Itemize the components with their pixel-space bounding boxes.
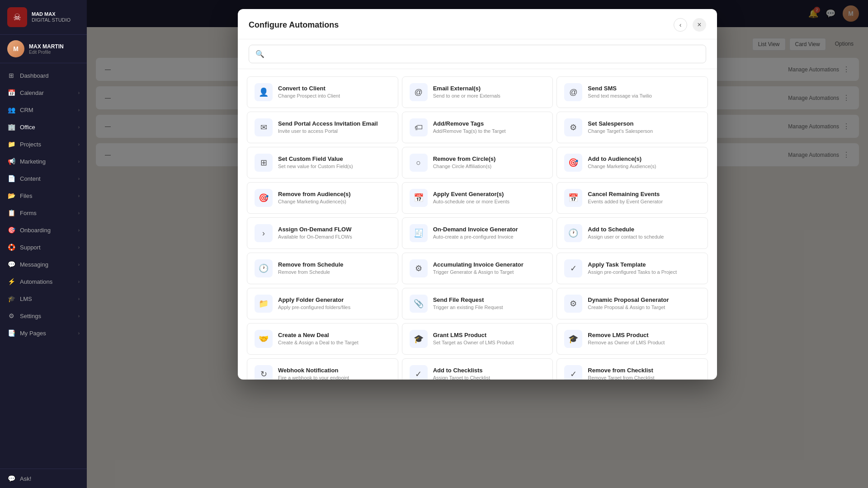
automation-title-remove-from-checklist: Remove from Checklist xyxy=(588,367,700,374)
automation-card-email-externals[interactable]: @Email External(s)Send to one or more Ex… xyxy=(402,76,553,108)
support-icon: 🛟 xyxy=(7,243,15,251)
automation-desc-webhook-notification: Fire a webhook to your endpoint xyxy=(278,375,391,380)
automation-card-remove-from-schedule[interactable]: 🕐Remove from ScheduleRemove from Schedul… xyxy=(247,253,398,284)
automation-title-webhook-notification: Webhook Notification xyxy=(278,367,391,374)
automation-card-remove-from-checklist[interactable]: ✓Remove from ChecklistRemove Target from… xyxy=(557,358,708,380)
sidebar-item-automations[interactable]: ⚡Automations › xyxy=(0,273,87,290)
add-to-audiences-icon: 🎯 xyxy=(564,154,582,172)
chevron-icon: › xyxy=(78,193,80,198)
sidebar-item-projects[interactable]: 📁Projects › xyxy=(0,136,87,153)
automation-card-apply-task-template[interactable]: ✓Apply Task TemplateAssign pre-configure… xyxy=(557,253,708,284)
chevron-icon: › xyxy=(78,90,80,95)
onboarding-icon: 🎯 xyxy=(7,226,15,234)
modal-close-button[interactable]: × xyxy=(693,18,706,32)
chevron-icon: › xyxy=(78,211,80,216)
sidebar-user[interactable]: M MAX MARTIN Edit Profile xyxy=(0,35,87,63)
automation-desc-accumulating-invoice: Trigger Generator & Assign to Target xyxy=(433,269,546,275)
remove-from-checklist-icon: ✓ xyxy=(564,365,582,380)
automation-card-remove-from-circle[interactable]: ○Remove from Circle(s)Change Circle Affi… xyxy=(402,147,553,178)
automation-title-email-externals: Email External(s) xyxy=(433,85,546,92)
chevron-icon: › xyxy=(78,108,80,113)
chevron-icon: › xyxy=(78,245,80,250)
automation-card-on-demand-invoice[interactable]: 🧾On-Demand Invoice GeneratorAuto-create … xyxy=(402,217,553,249)
automation-title-remove-from-audiences: Remove from Audience(s) xyxy=(278,191,391,197)
automation-desc-remove-from-circle: Change Circle Affiliation(s) xyxy=(433,163,546,169)
files-icon: 📂 xyxy=(7,192,15,200)
automation-card-cancel-remaining-events[interactable]: 📅Cancel Remaining EventsEvents added by … xyxy=(557,182,708,214)
automation-card-add-to-checklists[interactable]: ✓Add to ChecklistsAssign Target to Check… xyxy=(402,358,553,380)
main-content: 🔔 2 💬 M List View Card View Options — Ma… xyxy=(87,0,868,488)
sidebar-item-lms[interactable]: 🎓LMS › xyxy=(0,290,87,307)
add-to-checklists-icon: ✓ xyxy=(410,365,428,380)
modal-title: Configure Automations xyxy=(249,20,339,30)
automation-title-apply-event-generator: Apply Event Generator(s) xyxy=(433,191,546,197)
automation-title-accumulating-invoice: Accumulating Invoice Generator xyxy=(433,261,546,268)
automation-desc-add-remove-tags: Add/Remove Tag(s) to the Target xyxy=(433,128,546,134)
sidebar-item-dashboard[interactable]: ⊞Dashboard xyxy=(0,67,87,84)
automation-card-remove-from-audiences[interactable]: 🎯Remove from Audience(s)Change Marketing… xyxy=(247,182,398,214)
automation-card-set-salesperson[interactable]: ⚙Set SalespersonChange Target's Salesper… xyxy=(557,112,708,143)
crm-icon: 👥 xyxy=(7,106,15,114)
apply-event-generator-icon: 📅 xyxy=(410,189,428,207)
sidebar-item-onboarding[interactable]: 🎯Onboarding › xyxy=(0,221,87,239)
automation-card-create-new-deal[interactable]: 🤝Create a New DealCreate & Assign a Deal… xyxy=(247,323,398,355)
chevron-icon: › xyxy=(78,125,80,130)
automation-card-dynamic-proposal-generator[interactable]: ⚙Dynamic Proposal GeneratorCreate Propos… xyxy=(557,288,708,319)
automation-card-add-to-schedule[interactable]: 🕐Add to ScheduleAssign user or contact t… xyxy=(557,217,708,249)
modal-back-button[interactable]: ‹ xyxy=(674,18,687,32)
sidebar-item-files[interactable]: 📂Files › xyxy=(0,187,87,204)
automation-title-add-to-checklists: Add to Checklists xyxy=(433,367,546,374)
automations-icon: ⚡ xyxy=(7,277,15,286)
automation-desc-set-custom-field: Set new value for Custom Field(s) xyxy=(278,163,391,169)
automation-desc-on-demand-invoice: Auto-create a pre-configured Invoice xyxy=(433,234,546,240)
automation-title-set-custom-field: Set Custom Field Value xyxy=(278,155,391,162)
sidebar-item-messaging[interactable]: 💬Messaging › xyxy=(0,256,87,273)
automation-title-set-salesperson: Set Salesperson xyxy=(588,120,700,127)
automation-card-send-file-request[interactable]: 📎Send File RequestTrigger an existing Fi… xyxy=(402,288,553,319)
automation-title-create-new-deal: Create a New Deal xyxy=(278,332,391,338)
automation-card-set-custom-field[interactable]: ⊞Set Custom Field ValueSet new value for… xyxy=(247,147,398,178)
sidebar-item-settings[interactable]: ⚙Settings › xyxy=(0,307,87,324)
grant-lms-product-icon: 🎓 xyxy=(410,330,428,348)
email-externals-icon: @ xyxy=(410,83,428,101)
logo: ☠ MAD MAX digital studio xyxy=(0,0,87,35)
automation-desc-add-to-checklists: Assign Target to Checklist xyxy=(433,375,546,380)
automation-card-assign-on-demand-flow[interactable]: ›Assign On-Demand FLOWAvailable for On-D… xyxy=(247,217,398,249)
automation-card-send-portal-access[interactable]: ✉Send Portal Access Invitation EmailInvi… xyxy=(247,112,398,143)
set-salesperson-icon: ⚙ xyxy=(564,118,582,136)
logo-text: MAD MAX digital studio xyxy=(32,11,71,23)
automation-card-accumulating-invoice[interactable]: ⚙Accumulating Invoice GeneratorTrigger G… xyxy=(402,253,553,284)
sidebar-item-forms[interactable]: 📋Forms › xyxy=(0,204,87,221)
chevron-icon: › xyxy=(78,279,80,284)
apply-folder-generator-icon: 📁 xyxy=(255,295,273,313)
sidebar-item-crm[interactable]: 👥CRM › xyxy=(0,101,87,118)
automation-card-webhook-notification[interactable]: ↻Webhook NotificationFire a webhook to y… xyxy=(247,358,398,380)
automation-card-apply-event-generator[interactable]: 📅Apply Event Generator(s)Auto-schedule o… xyxy=(402,182,553,214)
modal-header: Configure Automations ‹ × xyxy=(238,9,717,39)
messaging-icon: 💬 xyxy=(7,260,15,268)
accumulating-invoice-icon: ⚙ xyxy=(410,259,428,277)
automation-card-convert-to-client[interactable]: 👤Convert to ClientChange Prospect into C… xyxy=(247,76,398,108)
automation-card-remove-lms-product[interactable]: 🎓Remove LMS ProductRemove as Owner of LM… xyxy=(557,323,708,355)
sidebar-item-marketing[interactable]: 📢Marketing › xyxy=(0,153,87,170)
edit-profile-link[interactable]: Edit Profile xyxy=(29,50,80,55)
automation-desc-convert-to-client: Change Prospect into Client xyxy=(278,93,391,99)
automation-card-add-remove-tags[interactable]: 🏷Add/Remove TagsAdd/Remove Tag(s) to the… xyxy=(402,112,553,143)
automation-title-on-demand-invoice: On-Demand Invoice Generator xyxy=(433,226,546,233)
sidebar-item-content[interactable]: 📄Content › xyxy=(0,170,87,187)
automation-card-send-sms[interactable]: @Send SMSSend text message via Twilio xyxy=(557,76,708,108)
marketing-icon: 📢 xyxy=(7,157,15,165)
automation-card-grant-lms-product[interactable]: 🎓Grant LMS ProductSet Target as Owner of… xyxy=(402,323,553,355)
automation-card-apply-folder-generator[interactable]: 📁Apply Folder GeneratorApply pre-configu… xyxy=(247,288,398,319)
sidebar-item-support[interactable]: 🛟Support › xyxy=(0,239,87,256)
sidebar-item-my-pages[interactable]: 📑My Pages › xyxy=(0,324,87,342)
configure-automations-modal: Configure Automations ‹ × 🔍 xyxy=(238,9,717,380)
sidebar-item-ask[interactable]: 💬Ask! xyxy=(0,469,87,488)
office-icon: 🏢 xyxy=(7,123,15,131)
search-input[interactable] xyxy=(269,51,699,58)
automation-desc-apply-task-template: Assign pre-configured Tasks to a Project xyxy=(588,269,700,275)
sidebar-item-office[interactable]: 🏢Office › xyxy=(0,118,87,136)
sidebar-item-calendar[interactable]: 📅Calendar › xyxy=(0,84,87,101)
automation-card-add-to-audiences[interactable]: 🎯Add to Audience(s)Change Marketing Audi… xyxy=(557,147,708,178)
send-sms-icon: @ xyxy=(564,83,582,101)
